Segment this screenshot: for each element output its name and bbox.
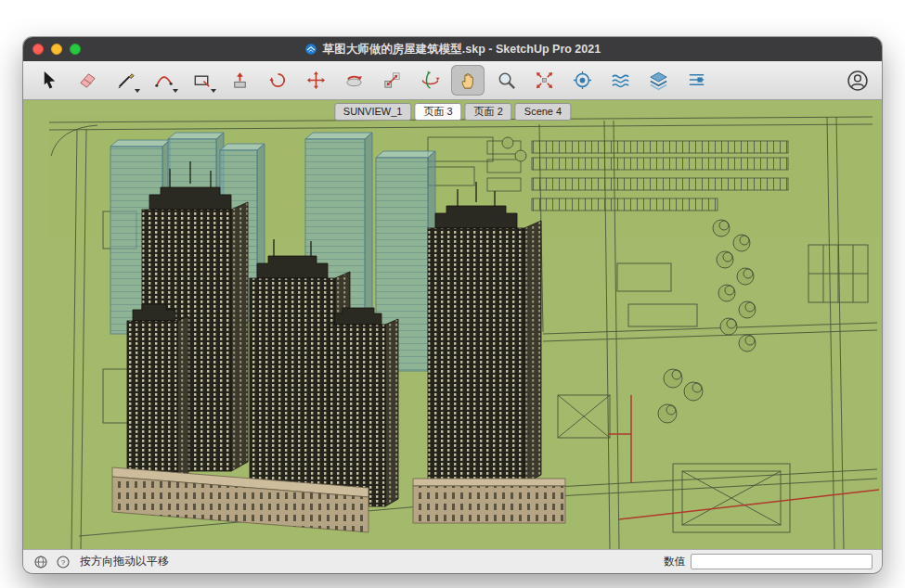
push-pull-icon (229, 70, 251, 91)
shadows-tool-button[interactable] (679, 65, 713, 96)
minimize-button[interactable] (51, 44, 62, 55)
zoom-extents-tool-button[interactable] (527, 65, 561, 96)
close-button[interactable] (32, 44, 44, 55)
help-icon: ? (56, 555, 71, 569)
measurement-label: 数值 (664, 555, 685, 569)
account-button[interactable] (843, 66, 873, 96)
pan-tool-button[interactable] (451, 65, 485, 96)
fullscreen-button[interactable] (70, 44, 81, 55)
select-tool-button[interactable] (32, 65, 66, 96)
measurement-area: 数值 (664, 554, 873, 569)
user-avatar-icon (846, 69, 870, 93)
move-icon (305, 70, 327, 91)
styles-tool-button[interactable] (641, 65, 675, 96)
titlebar: 草图大师做的房屋建筑模型.skp - SketchUp Pro 2021 (23, 37, 882, 61)
scale-icon (381, 70, 403, 91)
pencil-icon (115, 70, 136, 91)
rotate-tool-button[interactable] (337, 65, 370, 96)
shapes-flyout-caret[interactable] (211, 89, 216, 93)
zoom-extents-icon (534, 70, 555, 91)
geo-location-tool-button[interactable] (565, 65, 599, 96)
statusbar: ? 按方向拖动以平移 数值 (23, 549, 882, 573)
geolocation-status-button[interactable] (32, 554, 48, 569)
zoom-tool-button[interactable] (489, 65, 523, 96)
desktop-background: 草图大师做的房屋建筑模型.skp - SketchUp Pro 2021 (0, 0, 905, 588)
push-pull-tool-button[interactable] (223, 65, 256, 96)
follow-me-icon (267, 70, 289, 91)
scene-tab-page2[interactable]: 页面 2 (465, 103, 512, 121)
move-tool-button[interactable] (299, 65, 332, 96)
arc-icon (153, 70, 175, 91)
scene-tab-sunview1[interactable]: SUNVIEW_1 (334, 103, 412, 121)
scene-tab-page3[interactable]: 页面 3 (414, 103, 461, 121)
toolbar (23, 61, 882, 100)
window-title-area: 草图大师做的房屋建筑模型.skp - SketchUp Pro 2021 (304, 42, 601, 58)
window-title: 草图大师做的房屋建筑模型.skp - SketchUp Pro 2021 (323, 42, 601, 58)
measurement-input[interactable] (691, 554, 873, 569)
geo-target-icon (572, 70, 593, 91)
help-status-button[interactable]: ? (55, 554, 71, 569)
rectangle-icon (191, 70, 213, 91)
line-tool-button[interactable] (109, 65, 142, 96)
svg-text:?: ? (60, 558, 65, 567)
fog-waves-icon (610, 70, 631, 91)
fog-tool-button[interactable] (603, 65, 637, 96)
orbit-icon (420, 70, 441, 91)
shadow-slider-icon (686, 70, 707, 91)
orbit-tool-button[interactable] (413, 65, 446, 96)
line-flyout-caret[interactable] (135, 89, 140, 93)
scene-tabs: SUNVIEW_1 页面 3 页面 2 Scene 4 (334, 103, 571, 121)
layers-icon (648, 70, 669, 91)
pan-hand-icon (458, 70, 479, 91)
rotate-icon (343, 70, 365, 91)
arc-flyout-caret[interactable] (173, 89, 178, 93)
model-canvas (23, 100, 882, 549)
arc-tool-button[interactable] (147, 65, 180, 96)
status-hint: 按方向拖动以平移 (80, 554, 169, 569)
eraser-tool-button[interactable] (71, 65, 104, 96)
traffic-lights (32, 37, 81, 61)
sketchup-window: 草图大师做的房屋建筑模型.skp - SketchUp Pro 2021 (23, 37, 882, 573)
follow-me-tool-button[interactable] (261, 65, 294, 96)
scale-tool-button[interactable] (375, 65, 408, 96)
scene-tab-scene4[interactable]: Scene 4 (515, 103, 571, 121)
magnifier-icon (496, 70, 517, 91)
sketchup-logo-icon (304, 43, 317, 56)
globe-icon (33, 555, 48, 569)
eraser-icon (77, 70, 98, 91)
select-icon (39, 70, 60, 91)
viewport[interactable]: SUNVIEW_1 页面 3 页面 2 Scene 4 (23, 100, 882, 549)
shapes-tool-button[interactable] (185, 65, 218, 96)
